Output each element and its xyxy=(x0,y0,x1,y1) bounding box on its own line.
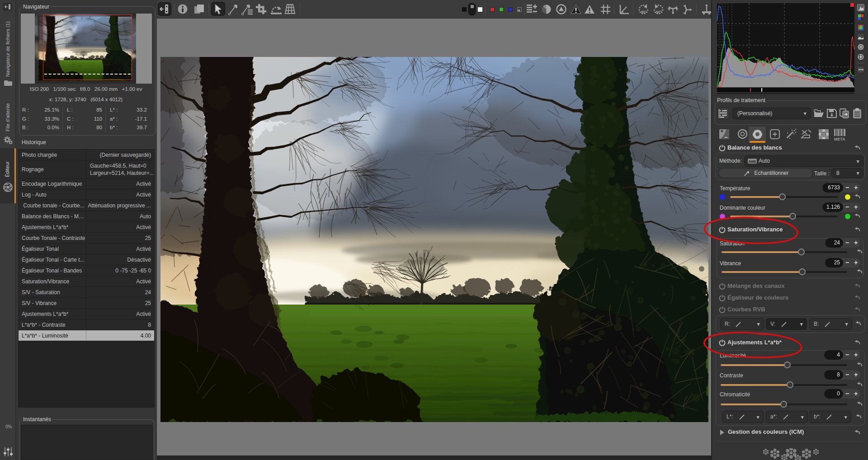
svg-text:AWB: AWB xyxy=(749,160,756,163)
svg-text:90°: 90° xyxy=(656,10,661,14)
svg-text:META: META xyxy=(834,137,845,141)
svg-text:90°: 90° xyxy=(641,10,646,14)
